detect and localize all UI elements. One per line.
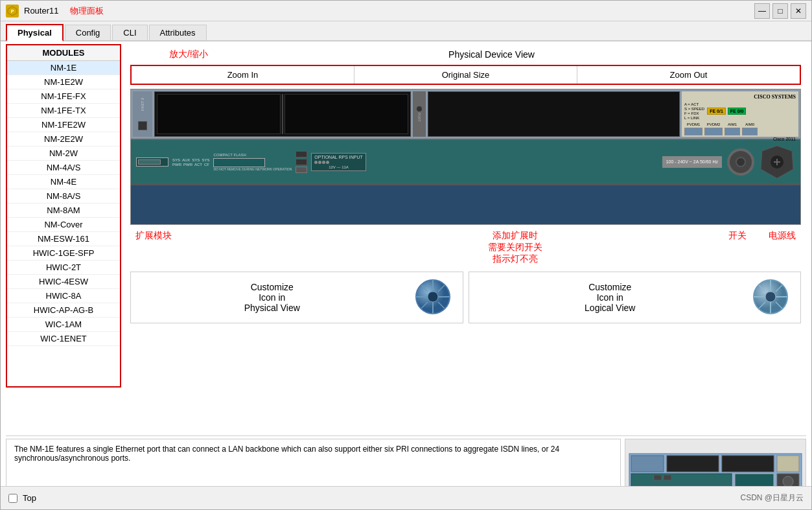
sidebar-item-nm2e2w[interactable]: NM-2E2W bbox=[7, 132, 120, 146]
svg-rect-28 bbox=[667, 456, 719, 472]
sidebar-item-hwic2t[interactable]: HWIC-2T bbox=[7, 261, 120, 275]
svg-rect-29 bbox=[722, 456, 774, 472]
svg-rect-30 bbox=[777, 456, 799, 472]
sidebar-item-nm1fetx[interactable]: NM-1FE-TX bbox=[7, 104, 120, 118]
maximize-button[interactable]: □ bbox=[772, 3, 788, 19]
rps-input-label: OPTIONAL RPS INPUT bbox=[314, 155, 362, 159]
app-window: P Router11 物理面板 — □ ✕ Physical Config CL… bbox=[0, 0, 812, 510]
power-switch-label: 开关 bbox=[728, 230, 747, 240]
indicator-off-label: 指示灯不亮 bbox=[488, 253, 542, 265]
customize-logical-icon[interactable] bbox=[751, 277, 790, 318]
zoom-out-button[interactable]: Zoom Out bbox=[577, 66, 800, 84]
power-spec-label: 100 - 240V ~ 2A 50/60 Hz bbox=[662, 156, 722, 168]
power-cord-label: 电源线 bbox=[769, 230, 796, 240]
tab-cli[interactable]: CLI bbox=[112, 25, 147, 40]
window-title: Router11 bbox=[24, 6, 58, 16]
customize-row: Customize Icon in Physical View bbox=[130, 272, 801, 323]
sidebar-item-hwic8a[interactable]: HWIC-8A bbox=[7, 289, 120, 303]
sidebar-item-nm4as[interactable]: NM-4A/S bbox=[7, 161, 120, 175]
zoom-controls: Zoom In Original Size Zoom Out bbox=[130, 65, 801, 85]
watermark: CSDN @日星月云 bbox=[740, 493, 804, 504]
need-close-label: 需要关闭开关 bbox=[488, 242, 542, 253]
sidebar-item-nm8as[interactable]: NM-8A/S bbox=[7, 189, 120, 203]
do-not-remove-label: DO NOT REMOVE DURING NETWORK OPERATION bbox=[213, 167, 292, 171]
sidebar-item-hwic1gesfp[interactable]: HWIC-1GE-SFP bbox=[7, 246, 120, 261]
svg-rect-35 bbox=[654, 475, 662, 480]
sidebar-item-nmcover[interactable]: NM-Cover bbox=[7, 218, 120, 232]
power-switch[interactable] bbox=[727, 148, 754, 176]
minimize-button[interactable]: — bbox=[754, 3, 770, 19]
tab-config[interactable]: Config bbox=[65, 25, 111, 40]
customize-logical-box: Customize Icon in Logical View bbox=[469, 272, 802, 323]
tab-physical[interactable]: Physical bbox=[6, 24, 64, 41]
tab-attributes[interactable]: Attributes bbox=[149, 25, 207, 40]
sidebar-item-nm2w[interactable]: NM-2W bbox=[7, 146, 120, 161]
status-bar: Top CSDN @日星月云 bbox=[1, 486, 811, 509]
cisco-systems-label: CISCO SYSTEMS bbox=[684, 94, 796, 100]
svg-rect-36 bbox=[664, 475, 671, 480]
sidebar-item-hwicapagb[interactable]: HWIC-AP-AG-B bbox=[7, 303, 120, 318]
device-view-title: Physical Device View bbox=[448, 49, 535, 60]
right-panel: 放大/缩小 Physical Device View Zoom In Origi… bbox=[125, 44, 806, 433]
expand-module-label: 扩展模块 bbox=[135, 230, 172, 242]
title-controls: — □ ✕ bbox=[754, 3, 806, 19]
title-bar: P Router11 物理面板 — □ ✕ bbox=[1, 1, 811, 21]
original-size-button[interactable]: Original Size bbox=[354, 66, 577, 84]
svg-text:P: P bbox=[11, 9, 14, 14]
top-checkbox[interactable] bbox=[8, 494, 17, 503]
close-button[interactable]: ✕ bbox=[791, 3, 806, 19]
status-left: Top bbox=[8, 493, 36, 503]
sidebar-item-wic1enet[interactable]: WIC-1ENET bbox=[7, 332, 120, 346]
sidebar-item-nm1fefx[interactable]: NM-1FE-FX bbox=[7, 89, 120, 104]
modules-sidebar[interactable]: MODULES NM-1E NM-1E2W NM-1FE-FX NM-1FE-T… bbox=[6, 44, 121, 388]
sidebar-item-hwic4esw[interactable]: HWIC-4ESW bbox=[7, 275, 120, 289]
zoom-chinese-label: 放大/缩小 bbox=[169, 49, 208, 60]
title-bar-left: P Router11 物理面板 bbox=[6, 5, 104, 17]
sidebar-item-nm1e2w[interactable]: NM-1E2W bbox=[7, 75, 120, 89]
sidebar-item-nm8am[interactable]: NM-8AM bbox=[7, 203, 120, 218]
customize-physical-icon[interactable] bbox=[413, 277, 452, 318]
add-expand-label: 添加扩展时 bbox=[488, 230, 542, 242]
zoom-in-button[interactable]: Zoom In bbox=[132, 66, 354, 84]
sidebar-header: MODULES bbox=[7, 45, 120, 61]
sidebar-item-nm4e[interactable]: NM-4E bbox=[7, 175, 120, 189]
sidebar-item-wic1am[interactable]: WIC-1AM bbox=[7, 318, 120, 332]
content-area: MODULES NM-1E NM-1E2W NM-1FE-FX NM-1FE-T… bbox=[1, 41, 811, 433]
tab-bar: Physical Config CLI Attributes bbox=[1, 21, 811, 41]
svg-rect-27 bbox=[631, 456, 664, 472]
svg-point-34 bbox=[783, 476, 793, 487]
device-display: FAST 0 PORT bbox=[130, 89, 801, 225]
svg-point-7 bbox=[428, 292, 438, 302]
compact-flash-label: COMPACT FLASH bbox=[213, 153, 292, 157]
sidebar-item-nm1e[interactable]: NM-1E bbox=[7, 61, 120, 75]
sidebar-item-nm1fe2w[interactable]: NM-1FE2W bbox=[7, 118, 120, 132]
svg-point-17 bbox=[765, 292, 776, 302]
customize-logical-text: Customize Icon in Logical View bbox=[480, 282, 741, 313]
customize-physical-box: Customize Icon in Physical View bbox=[130, 272, 463, 323]
top-label: Top bbox=[23, 493, 36, 503]
app-icon: P bbox=[6, 5, 19, 17]
customize-physical-text: Customize Icon in Physical View bbox=[141, 282, 403, 313]
chinese-subtitle: 物理面板 bbox=[70, 5, 104, 17]
power-cord bbox=[760, 145, 795, 180]
cisco-2011-label: Cisco 2011 bbox=[684, 137, 796, 141]
description-text: The NM-1E features a single Ethernet por… bbox=[14, 445, 559, 463]
sidebar-item-nmesw161[interactable]: NM-ESW-161 bbox=[7, 232, 120, 246]
